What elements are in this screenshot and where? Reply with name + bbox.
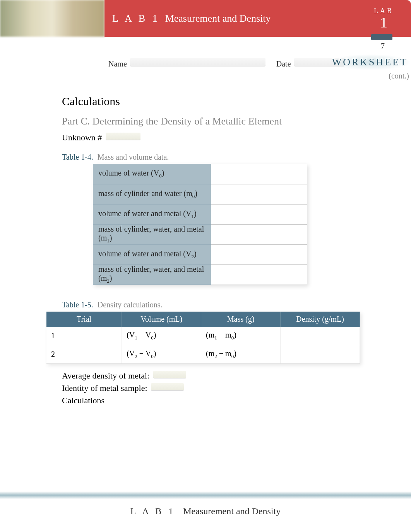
date-label: Date [276, 60, 291, 68]
table15-desc: Density calculations. [98, 300, 163, 309]
table-row: volume of water and metal (V2) [93, 244, 307, 264]
table15-number: Table 1-5. [62, 300, 93, 309]
name-input-line[interactable] [130, 58, 265, 66]
volume-cell: (V1 − V0) [122, 327, 201, 345]
value-cell[interactable] [211, 164, 307, 184]
table14-number: Table 1-4. [62, 153, 93, 161]
calculations-heading: Calculations [62, 95, 396, 108]
volume-cell: (V2 − V0) [122, 345, 201, 363]
calculations-label: Calculations [62, 396, 104, 405]
table-mass-volume: volume of water (V0) mass of cylinder an… [93, 164, 307, 285]
unknown-row: Unknown # [62, 133, 396, 143]
calculations-row: Calculations [62, 396, 396, 406]
table14-desc: Mass and volume data. [98, 153, 169, 161]
col-header-trial: Trial [46, 312, 122, 327]
part-c-heading: Part C. Determining the Density of a Met… [62, 116, 396, 127]
worksheet-tag: WORKSHEET [329, 54, 411, 70]
unknown-input-line[interactable] [106, 133, 140, 140]
table-row: mass of cylinder, water, and metal (m2) [93, 264, 307, 285]
page-number: 7 [381, 42, 385, 51]
identity-row: Identity of metal sample: [62, 383, 396, 393]
table-row: 1 (V1 − V0) (m1 − m0) [46, 327, 360, 345]
footer-title: Measurement and Density [183, 506, 281, 516]
avg-density-row: Average density of metal: [62, 371, 396, 381]
cont-label: (cont.) [389, 72, 409, 80]
mass-cell: (m1 − m0) [201, 327, 281, 345]
col-header-density: Density (g/mL) [281, 312, 360, 327]
value-cell[interactable] [211, 184, 307, 204]
mass-cell: (m2 − m0) [201, 345, 281, 363]
header-title: Measurement and Density [165, 13, 271, 24]
value-cell[interactable] [211, 204, 307, 224]
name-label: Name [108, 60, 127, 68]
value-cell[interactable] [211, 224, 307, 244]
page-number-tab [371, 34, 392, 40]
density-cell[interactable] [281, 345, 360, 363]
header-lab-prefix: L A B 1 [112, 13, 160, 24]
value-cell[interactable] [211, 264, 307, 285]
footer-lab-prefix: L A B 1 [130, 506, 175, 516]
unknown-label: Unknown # [62, 133, 102, 142]
content-area: Calculations Part C. Determining the Den… [62, 95, 396, 408]
header-right-block: LAB 1 [374, 7, 394, 30]
table-row: mass of cylinder and water (m0) [93, 184, 307, 204]
density-cell[interactable] [281, 327, 360, 345]
col-header-volume: Volume (mL) [122, 312, 201, 327]
trial-cell: 1 [46, 327, 122, 345]
identity-label: Identity of metal sample: [62, 383, 147, 393]
avg-density-input-line[interactable] [153, 371, 186, 379]
header-banner: L A B 1 Measurement and Density LAB 1 [104, 0, 411, 37]
col-header-mass: Mass (g) [201, 312, 281, 327]
avg-density-label: Average density of metal: [62, 371, 149, 380]
table-density-calculations: Trial Volume (mL) Mass (g) Density (g/mL… [46, 312, 360, 364]
table15-caption: Table 1-5. Density calculations. [62, 300, 396, 309]
table-row: volume of water (V0) [93, 164, 307, 184]
header-right-lab: LAB [374, 7, 394, 15]
footer-divider [0, 491, 411, 499]
identity-input-line[interactable] [151, 383, 184, 391]
table14-caption: Table 1-4. Mass and volume data. [62, 153, 396, 162]
table-row: mass of cylinder, water, and metal (m1) [93, 224, 307, 244]
header-right-number: 1 [380, 14, 387, 31]
table-row: volume of water and metal (V1) [93, 204, 307, 224]
trial-cell: 2 [46, 345, 122, 363]
footer-text: L A B 1 Measurement and Density [0, 506, 411, 517]
header-decorative-image [0, 0, 104, 37]
value-cell[interactable] [211, 244, 307, 264]
table-row: 2 (V2 − V0) (m2 − m0) [46, 345, 360, 363]
